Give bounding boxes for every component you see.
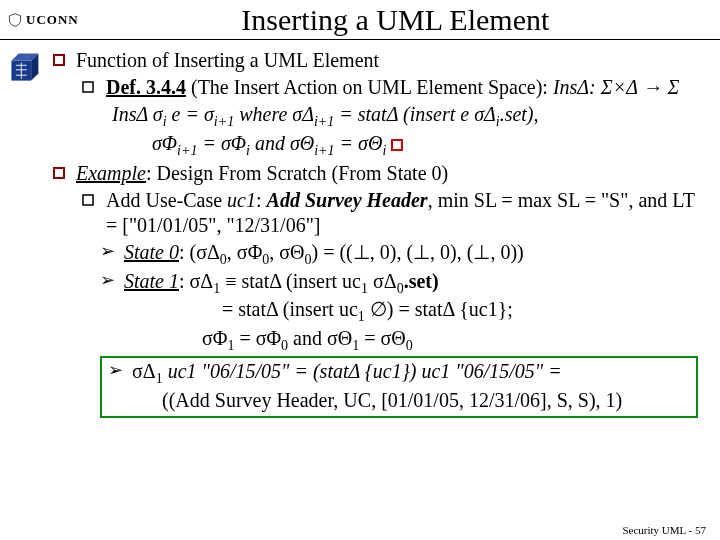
bullet-2: Example: Design From Scratch (From State… — [52, 161, 698, 186]
sub-text: Add Use-Case uc1: Add Survey Header, min… — [106, 188, 698, 238]
ins-formula-line2: σΦi+1 = σΦi and σΘi+1 = σΘi — [152, 131, 698, 160]
slide-content: Function of Inserting a UML Element Def.… — [0, 40, 720, 418]
svg-rect-8 — [83, 82, 93, 92]
svg-rect-9 — [54, 168, 64, 178]
arrow-icon: ➢ — [100, 240, 118, 269]
arrow-icon: ➢ — [108, 359, 126, 413]
uconn-logo: UCONN — [8, 12, 79, 28]
sub-bullet-icon — [82, 192, 96, 238]
bullet-2-text: Example: Design From Scratch (From State… — [76, 161, 448, 186]
svg-rect-7 — [54, 55, 64, 65]
sub-bullet-icon — [82, 79, 96, 100]
state-0-text: State 0: (σΔ0, σΦ0, σΘ0) = ((⊥, 0), (⊥, … — [124, 240, 524, 269]
state-1-line: ➢ State 1: σΔ1 ≡ statΔ (insert uc1 σΔ0.s… — [100, 269, 698, 298]
bullet-1-text: Function of Inserting a UML Element — [76, 48, 379, 73]
eq-line-2: σΦ1 = σΦ0 and σΘ1 = σΘ0 — [202, 326, 698, 355]
slide-header: UCONN Inserting a UML Element — [0, 0, 720, 40]
slide-footer: Security UML - 57 — [622, 524, 706, 536]
logo-text: UCONN — [26, 12, 79, 28]
bullet-icon — [52, 48, 66, 73]
bullet-1-sub: Def. 3.4.4 (The Insert Action on UML Ele… — [82, 75, 698, 100]
slide-title: Inserting a UML Element — [79, 3, 712, 37]
state-0-line: ➢ State 0: (σΔ0, σΦ0, σΘ0) = ((⊥, 0), (⊥… — [100, 240, 698, 269]
ins-formula-line1: InsΔ σi e = σi+1 where σΔi+1 = statΔ (in… — [112, 102, 698, 131]
boxed-content: σΔ1 uc1 "06/15/05" = (statΔ {uc1}) uc1 "… — [132, 359, 690, 413]
decorative-cube-icon — [6, 48, 42, 88]
state-1-text: State 1: σΔ1 ≡ statΔ (insert uc1 σΔ0.set… — [124, 269, 439, 298]
eq-line-1: = statΔ (insert uc1 ∅) = statΔ {uc1}; — [222, 297, 698, 326]
shield-icon — [8, 13, 22, 27]
boxed-result: ➢ σΔ1 uc1 "06/15/05" = (statΔ {uc1}) uc1… — [100, 356, 698, 418]
arrow-icon: ➢ — [100, 269, 118, 298]
def-text: Def. 3.4.4 (The Insert Action on UML Ele… — [106, 75, 679, 100]
bullet-1: Function of Inserting a UML Element — [52, 48, 698, 73]
svg-rect-10 — [83, 195, 93, 205]
bullet-2-sub: Add Use-Case uc1: Add Survey Header, min… — [82, 188, 698, 238]
qed-icon — [391, 139, 403, 151]
bullet-icon — [52, 161, 66, 186]
